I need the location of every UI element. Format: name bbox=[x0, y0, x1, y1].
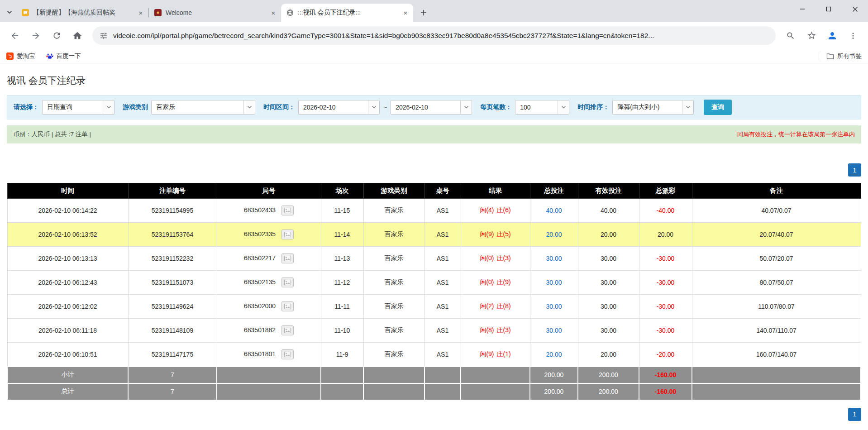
cell-table: AS1 bbox=[424, 319, 461, 343]
game-record-image-icon[interactable] bbox=[281, 205, 294, 215]
filter-group-per-page: 每页笔数： 100 bbox=[480, 100, 569, 115]
cell-game-type: 百家乐 bbox=[363, 247, 424, 271]
select-value: 2026-02-10 bbox=[299, 100, 368, 114]
empty-cell bbox=[321, 383, 363, 400]
game-record-image-icon[interactable] bbox=[281, 349, 294, 359]
column-header-note: 备注 bbox=[692, 183, 861, 199]
cell-session: 11-12 bbox=[321, 271, 363, 295]
date-from-select[interactable]: 2026-02-10 bbox=[298, 100, 380, 115]
cell-game-type: 百家乐 bbox=[363, 271, 424, 295]
cell-time: 2026-02-10 06:10:51 bbox=[7, 343, 128, 367]
cell-round: 683502000 bbox=[217, 295, 321, 319]
reload-button[interactable] bbox=[47, 26, 66, 45]
cell-total-bet[interactable]: 30.00 bbox=[530, 295, 578, 319]
date-mode-select[interactable]: 日期查询 bbox=[42, 100, 114, 115]
cell-valid-bet: 30.00 bbox=[578, 295, 639, 319]
tab-list-chevron-icon[interactable] bbox=[3, 5, 16, 20]
minimize-button[interactable] bbox=[789, 0, 816, 18]
tab-welcome[interactable]: Welcome × bbox=[149, 4, 281, 22]
tab-forum[interactable]: 【新提醒】【海燕优质回帖奖 × bbox=[16, 4, 148, 22]
pagination-top: 1 bbox=[7, 163, 861, 177]
url-text[interactable]: videoie.com/ipl/portal.php/game/betrecor… bbox=[113, 32, 654, 40]
subtotal-count: 7 bbox=[128, 367, 217, 383]
browser-menu-button[interactable] bbox=[844, 26, 863, 45]
info-bar: 币别：人民币 | 总共 :7 注单 | 同局有效投注，统一计算在该局第一张注单内 bbox=[7, 125, 861, 143]
cell-total-bet[interactable]: 30.00 bbox=[530, 271, 578, 295]
column-header-bet-id: 注单编号 bbox=[128, 183, 217, 199]
url-bar[interactable]: videoie.com/ipl/portal.php/game/betrecor… bbox=[92, 26, 776, 45]
cell-total-bet[interactable]: 20.00 bbox=[530, 223, 578, 247]
cell-result: 闲(9)庄(5) bbox=[461, 223, 530, 247]
new-tab-button[interactable] bbox=[417, 6, 430, 19]
tab-close-icon[interactable]: × bbox=[401, 9, 410, 17]
baidu-icon bbox=[46, 53, 53, 60]
result-player: 闲(0) bbox=[480, 254, 494, 262]
cell-table: AS1 bbox=[424, 343, 461, 367]
tab-close-icon[interactable]: × bbox=[137, 9, 145, 17]
date-to-select[interactable]: 2026-02-10 bbox=[391, 100, 472, 115]
site-info-icon[interactable] bbox=[100, 32, 108, 40]
column-header-total-bet: 总投注 bbox=[530, 183, 578, 199]
round-number: 683501882 bbox=[244, 326, 276, 334]
cell-total-bet[interactable]: 40.00 bbox=[530, 199, 578, 223]
cell-time: 2026-02-10 06:11:18 bbox=[7, 319, 128, 343]
cell-time: 2026-02-10 06:13:13 bbox=[7, 247, 128, 271]
cell-payout: -30.00 bbox=[639, 319, 692, 343]
zoom-icon[interactable] bbox=[781, 26, 800, 45]
search-button[interactable]: 查询 bbox=[704, 100, 732, 115]
empty-cell bbox=[321, 367, 363, 383]
favicon-globe-icon bbox=[286, 9, 294, 16]
empty-cell bbox=[363, 367, 424, 383]
subtotal-total-bet: 200.00 bbox=[530, 367, 578, 383]
maximize-button[interactable] bbox=[816, 0, 842, 18]
result-player: 闲(4) bbox=[480, 206, 494, 214]
pagination-page-button[interactable]: 1 bbox=[848, 163, 861, 177]
cell-bet-id: 523191153764 bbox=[128, 223, 217, 247]
cell-game-type: 百家乐 bbox=[363, 295, 424, 319]
cell-bet-id: 523191151073 bbox=[128, 271, 217, 295]
cell-note: 160.07/140.07 bbox=[692, 343, 861, 367]
column-header-result: 结果 bbox=[461, 183, 530, 199]
tab-close-icon[interactable]: × bbox=[269, 9, 277, 17]
profile-avatar[interactable] bbox=[823, 26, 842, 45]
select-value: 降冪(由大到小) bbox=[613, 100, 682, 114]
cell-bet-id: 523191154995 bbox=[128, 199, 217, 223]
close-button[interactable] bbox=[842, 0, 868, 18]
filter-group-time-range: 时间区间： 2026-02-10 ~ 2026-02-10 bbox=[263, 100, 472, 115]
round-number: 683502135 bbox=[244, 278, 276, 286]
cell-note: 80.07/50.07 bbox=[692, 271, 861, 295]
time-range-label: 时间区间： bbox=[263, 103, 295, 111]
cell-session: 11-15 bbox=[321, 199, 363, 223]
result-banker: 庄(1) bbox=[497, 350, 511, 358]
home-button[interactable] bbox=[68, 26, 87, 45]
bookmark-taobao[interactable]: 爱淘宝 bbox=[6, 52, 35, 60]
page-title: 视讯 会员下注纪录 bbox=[7, 74, 861, 87]
back-button[interactable] bbox=[5, 26, 24, 45]
cell-total-bet[interactable]: 30.00 bbox=[530, 247, 578, 271]
cell-total-bet[interactable]: 20.00 bbox=[530, 343, 578, 367]
cell-result: 闲(0)庄(3) bbox=[461, 247, 530, 271]
bookmark-baidu[interactable]: 百度一下 bbox=[46, 52, 81, 60]
sort-order-select[interactable]: 降冪(由大到小) bbox=[612, 100, 694, 115]
cell-payout: -30.00 bbox=[639, 295, 692, 319]
cell-total-bet[interactable]: 30.00 bbox=[530, 319, 578, 343]
empty-cell bbox=[461, 367, 530, 383]
game-record-image-icon[interactable] bbox=[281, 277, 294, 287]
pagination-page-button[interactable]: 1 bbox=[848, 408, 861, 421]
forward-button[interactable] bbox=[26, 26, 45, 45]
bet-row: 2026-02-10 06:10:51 523191147175 6835018… bbox=[7, 343, 861, 367]
window-controls bbox=[789, 0, 868, 18]
favicon-welcome-icon bbox=[154, 9, 162, 16]
tab-bet-records[interactable]: :::视讯 会员下注纪录::: × bbox=[281, 4, 413, 22]
game-record-image-icon[interactable] bbox=[281, 229, 294, 239]
per-page-select[interactable]: 100 bbox=[515, 100, 569, 115]
select-label: 请选择： bbox=[14, 103, 39, 111]
column-header-time: 时间 bbox=[7, 183, 128, 199]
game-type-select[interactable]: 百家乐 bbox=[151, 100, 255, 115]
game-record-image-icon[interactable] bbox=[281, 325, 294, 335]
game-record-image-icon[interactable] bbox=[281, 253, 294, 263]
game-record-image-icon[interactable] bbox=[281, 301, 294, 311]
bookmark-star-icon[interactable] bbox=[802, 26, 821, 45]
all-bookmarks[interactable]: 所有书签 bbox=[819, 52, 862, 60]
chevron-down-icon bbox=[682, 100, 693, 114]
